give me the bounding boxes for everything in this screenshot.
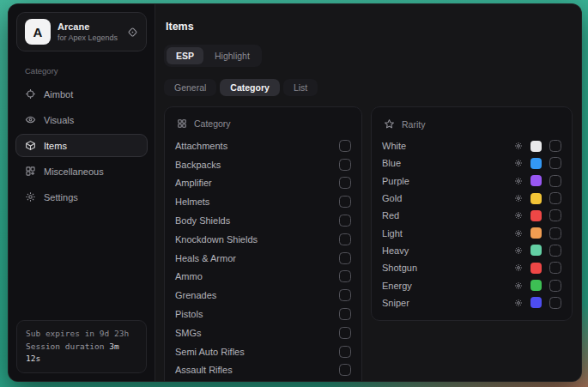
- color-swatch-red[interactable]: [530, 210, 542, 221]
- rarity-row-red: Red: [382, 207, 561, 224]
- checkbox-rarity-blue[interactable]: [549, 157, 561, 169]
- checkbox-backpacks[interactable]: [339, 159, 351, 171]
- logo-card: A Arcane for Apex Legends: [16, 12, 147, 51]
- rarity-panel-title: Rarity: [402, 119, 425, 130]
- package-icon: [25, 140, 36, 151]
- checkbox-rarity-heavy[interactable]: [549, 245, 561, 257]
- category-panel: Category AttachmentsBackpacksAmplifierHe…: [164, 106, 362, 382]
- category-row-label: Knockdown Shields: [175, 234, 339, 245]
- checkbox-heals-armor[interactable]: [339, 252, 351, 264]
- diamond-target-icon[interactable]: [127, 27, 138, 38]
- category-row-label: Body Shields: [175, 215, 339, 226]
- sidebar-item-label: Items: [44, 141, 67, 151]
- sidebar-section-label: Category: [25, 66, 155, 76]
- checkbox-rarity-purple[interactable]: [549, 175, 561, 187]
- rarity-row-label: Purple: [382, 176, 506, 186]
- session-info-card: Sub expires in 9d 23h Session duration 3…: [16, 320, 147, 373]
- checkbox-rarity-light[interactable]: [549, 227, 561, 239]
- color-swatch-energy[interactable]: [530, 280, 542, 291]
- category-row-label: Helmets: [175, 197, 339, 207]
- rarity-row-purple: Purple: [382, 172, 561, 190]
- category-row-label: Ammo: [175, 271, 339, 281]
- color-settings-gear-icon[interactable]: [514, 246, 523, 255]
- sidebar-item-label: Visuals: [44, 115, 74, 125]
- rarity-row-shotgun: Shotgun: [382, 259, 561, 276]
- checkbox-knockdown-shields[interactable]: [339, 233, 351, 245]
- color-swatch-blue[interactable]: [530, 158, 542, 169]
- checkbox-amplifier[interactable]: [339, 177, 351, 189]
- mode-toggle-highlight[interactable]: Highlight: [205, 47, 259, 64]
- rarity-row-label: Shotgun: [382, 263, 506, 273]
- checkbox-rarity-white[interactable]: [549, 140, 561, 152]
- color-swatch-heavy[interactable]: [530, 245, 542, 256]
- rarity-row-sniper: Sniper: [382, 294, 561, 311]
- checkbox-smgs[interactable]: [339, 327, 351, 339]
- rarity-row-label: Sniper: [382, 298, 506, 308]
- checkbox-assault-rifles[interactable]: [339, 364, 351, 376]
- category-row-smgs: SMGs: [175, 324, 351, 342]
- checkbox-rarity-energy[interactable]: [549, 280, 561, 292]
- sidebar-item-items[interactable]: Items: [15, 134, 148, 157]
- app-logo: A: [25, 19, 51, 45]
- color-settings-gear-icon[interactable]: [514, 211, 523, 220]
- category-row-label: SMGs: [175, 328, 339, 338]
- checkbox-rarity-red[interactable]: [549, 209, 561, 221]
- category-list: AttachmentsBackpacksAmplifierHelmetsBody…: [175, 136, 351, 382]
- esp-highlight-toggle: ESPHighlight: [164, 45, 262, 67]
- color-swatch-gold[interactable]: [530, 193, 542, 204]
- category-row-body-shields: Body Shields: [175, 211, 351, 230]
- color-swatch-light[interactable]: [530, 227, 542, 239]
- sidebar-item-visuals[interactable]: Visuals: [15, 108, 148, 131]
- rarity-row-label: Heavy: [382, 245, 506, 256]
- sidebar-item-label: Aimbot: [44, 89, 73, 100]
- checkbox-ammo[interactable]: [339, 270, 351, 282]
- rarity-row-label: Light: [382, 228, 506, 239]
- checkbox-rarity-shotgun[interactable]: [549, 262, 561, 274]
- checkbox-attachments[interactable]: [339, 140, 351, 152]
- checkbox-rarity-sniper[interactable]: [549, 297, 561, 309]
- category-row-label: Semi Auto Rifles: [175, 347, 339, 357]
- sub-expiry-text: Sub expires in 9d 23h: [26, 328, 137, 341]
- sidebar-item-miscellaneous[interactable]: Miscellaneous: [15, 160, 148, 183]
- checkbox-semi-auto-rifles[interactable]: [339, 346, 351, 358]
- color-settings-gear-icon[interactable]: [514, 159, 523, 167]
- app-subtitle: for Apex Legends: [58, 33, 118, 42]
- checkbox-rarity-gold[interactable]: [549, 192, 561, 204]
- tab-list[interactable]: List: [283, 79, 318, 96]
- checkbox-grenades[interactable]: [339, 289, 351, 301]
- crosshair-icon: [25, 88, 36, 100]
- rarity-panel: Rarity WhiteBluePurpleGoldRedLightHeavyS…: [371, 106, 573, 321]
- rarity-row-blue: Blue: [382, 154, 561, 172]
- sidebar-item-label: Miscellaneous: [44, 166, 104, 177]
- tab-bar: GeneralCategoryList: [164, 79, 573, 96]
- category-grid-icon: [177, 118, 187, 129]
- checkbox-pistols[interactable]: [339, 308, 351, 320]
- category-row-lmgs: LMGs: [175, 379, 351, 382]
- category-panel-title: Category: [194, 118, 231, 129]
- rarity-row-label: White: [382, 141, 506, 151]
- color-swatch-shotgun[interactable]: [530, 263, 542, 274]
- color-swatch-white[interactable]: [530, 141, 542, 152]
- checkbox-body-shields[interactable]: [339, 215, 351, 227]
- category-row-label: Assault Rifles: [175, 365, 339, 375]
- color-settings-gear-icon[interactable]: [514, 281, 523, 290]
- color-swatch-sniper[interactable]: [530, 297, 542, 308]
- color-settings-gear-icon[interactable]: [514, 194, 523, 203]
- app-window: A Arcane for Apex Legends Category Aimbo…: [8, 3, 582, 382]
- tab-general[interactable]: General: [164, 79, 216, 96]
- color-settings-gear-icon[interactable]: [514, 299, 523, 307]
- star-icon: [384, 118, 395, 130]
- color-settings-gear-icon[interactable]: [514, 263, 523, 272]
- checkbox-helmets[interactable]: [339, 196, 351, 208]
- category-row-label: Backpacks: [175, 160, 339, 170]
- sidebar-item-settings[interactable]: Settings: [15, 185, 148, 209]
- tab-category[interactable]: Category: [220, 79, 280, 96]
- category-row-attachments: Attachments: [175, 136, 351, 155]
- color-settings-gear-icon[interactable]: [514, 229, 523, 238]
- color-settings-gear-icon[interactable]: [514, 142, 523, 150]
- color-swatch-purple[interactable]: [530, 175, 542, 186]
- category-row-heals-armor: Heals & Armor: [175, 249, 351, 268]
- sidebar-item-aimbot[interactable]: Aimbot: [15, 82, 148, 106]
- mode-toggle-esp[interactable]: ESP: [167, 47, 203, 64]
- color-settings-gear-icon[interactable]: [514, 177, 523, 185]
